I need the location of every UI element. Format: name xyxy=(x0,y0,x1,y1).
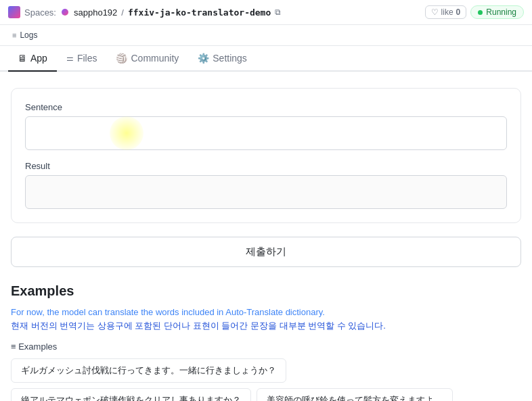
like-label: like xyxy=(441,7,453,17)
running-status: Running xyxy=(470,5,524,19)
lines-icon: ≡ xyxy=(12,31,16,39)
examples-section: Examples For now, the model can translat… xyxy=(11,283,521,401)
example-item-1-1[interactable]: ギルガメッシュ討伐戦に行ってきます。一緒に行きましょうか？ xyxy=(11,358,286,383)
like-count: 0 xyxy=(456,7,461,17)
community-icon: 🏐 xyxy=(116,53,127,64)
logs-bar: ≡ Logs xyxy=(0,25,532,46)
app-icon: 🖥 xyxy=(18,53,27,64)
status-dot xyxy=(478,10,483,15)
nav-tabs: 🖥 App ⚌ Files 🏐 Community ⚙️ Settings xyxy=(0,46,532,72)
tab-community[interactable]: 🏐 Community xyxy=(106,46,188,72)
example-item-2-1[interactable]: 絶アルテマウェポン破壊作戦をクリアし事ありますか？ xyxy=(11,388,251,401)
separator: / xyxy=(121,7,124,18)
sentence-field-group: Sentence xyxy=(25,102,507,150)
user-avatar xyxy=(62,9,68,16)
repo-name[interactable]: ffxiv-ja-ko-translator-demo xyxy=(128,7,271,18)
examples-header: ≡ Examples xyxy=(11,341,521,352)
tab-files[interactable]: ⚌ Files xyxy=(57,46,107,72)
examples-desc-ko: 현재 버전의 번역기는 상용구에 포함된 단어나 표현이 들어간 문장을 대부분… xyxy=(11,320,521,332)
heart-icon: ♡ xyxy=(431,7,439,17)
example-item-2-2[interactable]: 美容師の呼び鈴を使って髪方を変えますよ。 xyxy=(257,388,453,401)
tab-app-label: App xyxy=(30,53,47,64)
files-icon: ⚌ xyxy=(66,53,74,63)
sentence-input-wrapper xyxy=(25,116,507,150)
tab-settings-label: Settings xyxy=(213,53,247,64)
like-button[interactable]: ♡ like 0 xyxy=(425,5,467,19)
examples-desc-en: For now, the model can translate the wor… xyxy=(11,307,521,317)
spaces-logo-icon xyxy=(8,6,20,18)
tab-settings[interactable]: ⚙️ Settings xyxy=(188,46,257,72)
submit-button[interactable]: 제출하기 xyxy=(11,237,521,267)
logs-button[interactable]: ≡ Logs xyxy=(8,29,41,41)
examples-title: Examples xyxy=(11,283,521,299)
logs-label: Logs xyxy=(20,30,37,40)
copy-icon[interactable]: ⧉ xyxy=(275,7,281,17)
status-label: Running xyxy=(486,7,516,17)
example-row-2: 絶アルテマウェポン破壊作戦をクリアし事ありますか？ 美容師の呼び鈴を使って髪方を… xyxy=(11,388,521,401)
result-label: Result xyxy=(25,161,507,171)
examples-list: ギルガメッシュ討伐戦に行ってきます。一緒に行きましょうか？ 絶アルテマウェポン破… xyxy=(11,358,521,401)
result-input[interactable] xyxy=(25,175,507,209)
main-content: Sentence Result 제출하기 Examples For now, t… xyxy=(0,72,532,401)
sentence-label: Sentence xyxy=(25,102,507,112)
form-card: Sentence Result xyxy=(11,88,521,223)
tab-files-label: Files xyxy=(77,53,97,64)
spaces-label: Spaces: xyxy=(24,7,56,18)
tab-app[interactable]: 🖥 App xyxy=(8,46,57,72)
result-field-group: Result xyxy=(25,161,507,209)
example-row-1: ギルガメッシュ討伐戦に行ってきます。一緒に行きましょうか？ xyxy=(11,358,521,383)
tab-community-label: Community xyxy=(131,53,179,64)
settings-icon: ⚙️ xyxy=(198,53,209,64)
sentence-input[interactable] xyxy=(25,116,507,150)
username[interactable]: sappho192 xyxy=(74,7,117,18)
top-header: Spaces: sappho192 / ffxiv-ja-ko-translat… xyxy=(0,0,532,25)
